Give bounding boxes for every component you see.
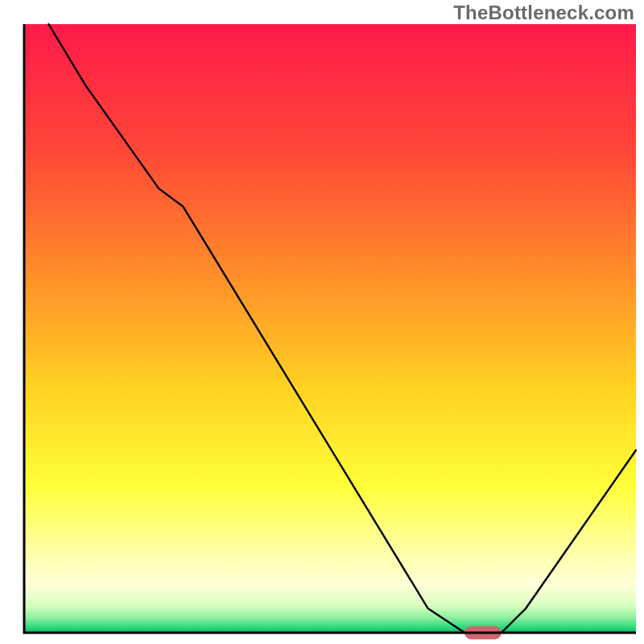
bottleneck-chart [0, 0, 644, 644]
chart-stage: TheBottleneck.com [0, 0, 644, 644]
chart-background [24, 24, 636, 633]
watermark-label: TheBottleneck.com [453, 2, 634, 24]
